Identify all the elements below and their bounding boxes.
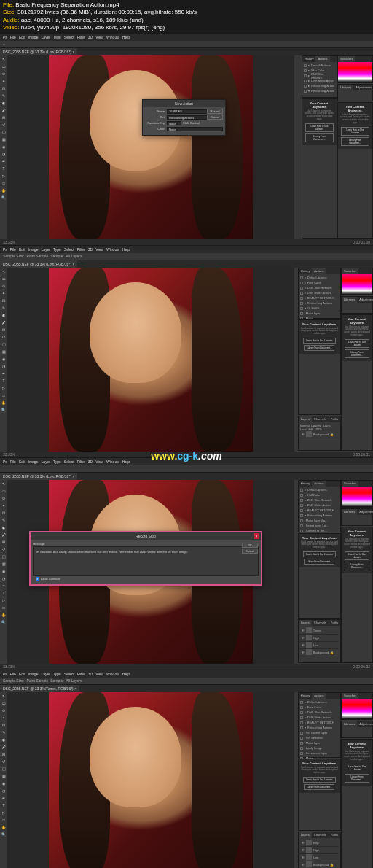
doc-tab[interactable]: DSC_2085.NEF @ 33.3%/Tones, RGB/16*) × (0, 685, 79, 692)
lock-icon: 🔒 (330, 863, 334, 867)
color-picker[interactable] (338, 62, 372, 82)
layer-row[interactable]: 👁Tones (300, 627, 339, 635)
eye-icon[interactable]: 👁 (302, 651, 305, 654)
actions-tab[interactable]: Actions (312, 481, 326, 487)
action-item[interactable]: ▸Retouching Action (304, 84, 335, 88)
cancel-button[interactable]: Cancel (207, 115, 223, 120)
menu-filter[interactable]: Filter (77, 247, 85, 252)
menu-file[interactable]: File (10, 247, 16, 252)
actions-tab[interactable]: Actions (312, 693, 326, 699)
lasso-tool[interactable]: ⊙ (0, 70, 7, 77)
path-tool[interactable]: ▷ (0, 172, 7, 179)
history-brush-tool[interactable]: ↺ (0, 121, 7, 128)
hand-tool[interactable]: ✋ (0, 187, 7, 194)
action-item[interactable]: ▸Default Actions (304, 63, 335, 68)
actions-panel: ▸Default Actions ▸Fore Color ▸DNR Skin R… (299, 274, 340, 322)
doc-tab[interactable]: DSC_2085.NEF @ 33.3% (Low, RGB/16*) × (0, 48, 77, 55)
dodge-tool[interactable]: ◔ (0, 150, 7, 158)
layer-row[interactable]: 👁Background🔒 (300, 649, 339, 656)
color-picker[interactable] (342, 274, 372, 295)
fkey-select[interactable]: None (167, 121, 181, 125)
menu-layer[interactable]: Layer (41, 247, 50, 252)
eye-icon[interactable]: 👁 (302, 433, 305, 436)
menu-edit[interactable]: Edit (19, 35, 25, 39)
menu-help[interactable]: Help (122, 247, 130, 252)
cc-library-button[interactable]: Library From Document... (341, 137, 369, 146)
menu-window[interactable]: Window (106, 35, 119, 39)
action-item[interactable]: ▸DNR Skin Retouch (304, 74, 335, 78)
menu-window[interactable]: Window (106, 247, 119, 252)
menu-select[interactable]: Select (64, 35, 74, 39)
swatches-tab[interactable]: Swatches (338, 56, 355, 62)
eye-icon[interactable]: 👁 (302, 629, 305, 632)
history-tab[interactable]: History (302, 56, 315, 62)
layer-row[interactable]: 👁Low (300, 854, 339, 861)
message-textarea[interactable]: IF Gaussian Blur dialog shows select tha… (33, 546, 259, 576)
zoom-tool[interactable]: 🔍 (0, 194, 7, 201)
menu-view[interactable]: View (95, 35, 103, 39)
heal-tool[interactable]: ◐ (0, 99, 7, 106)
cc-library-button[interactable]: Library From Document... (305, 133, 334, 142)
eye-icon[interactable]: 👁 (302, 856, 305, 859)
color-select[interactable]: None (167, 127, 223, 131)
home-icon[interactable]: ⌂ (3, 42, 5, 46)
layers-tab[interactable]: Layers (299, 416, 312, 422)
eye-icon[interactable]: 👁 (302, 643, 305, 647)
eye-icon[interactable]: 👁 (302, 848, 305, 852)
layer-row[interactable]: 👁Background🔒 (300, 861, 339, 868)
menu-image[interactable]: Image (28, 35, 39, 39)
actions-tab[interactable]: Actions (315, 56, 329, 62)
layers-tab[interactable]: Layers (299, 832, 312, 838)
type-tool[interactable]: T (0, 165, 7, 172)
adjustments-tab[interactable]: Adjustments (353, 85, 373, 90)
options-bar: ⌂ (0, 41, 373, 48)
eye-icon[interactable]: 👁 (302, 863, 305, 867)
menu-image[interactable]: Image (28, 247, 39, 252)
layer-row[interactable]: 👁help (300, 840, 339, 847)
action-item[interactable]: ▾Retouching Action (304, 89, 335, 93)
pen-tool[interactable]: ✒ (0, 158, 7, 165)
layers-tab[interactable]: Layers (299, 620, 312, 626)
eye-icon[interactable]: 👁 (302, 841, 305, 845)
crop-tool[interactable]: ⊡ (0, 85, 7, 92)
brush-tool[interactable]: 🖌 (0, 106, 7, 114)
menu-type[interactable]: Type (53, 247, 61, 252)
action-item[interactable]: ▸DNR Matte Action (304, 79, 335, 83)
eraser-tool[interactable]: ◫ (0, 128, 7, 136)
layer-row[interactable]: 👁High (300, 635, 339, 642)
move-tool[interactable]: ↖ (0, 55, 7, 63)
eyedropper-tool[interactable]: ✎ (0, 92, 7, 99)
cc-learn-button[interactable]: Learn How to Use Libraries (305, 123, 334, 132)
record-button[interactable]: Record (207, 109, 223, 114)
blur-tool[interactable]: ◉ (0, 143, 7, 150)
allow-continue-checkbox[interactable] (36, 577, 39, 581)
wand-tool[interactable]: ✦ (0, 77, 7, 85)
menu-select[interactable]: Select (64, 247, 74, 252)
gradient-tool[interactable]: ▦ (0, 136, 7, 143)
menu-type[interactable]: Type (53, 35, 61, 39)
menu-edit[interactable]: Edit (19, 247, 25, 252)
cc-learn-button[interactable]: Learn How to Use Libraries (341, 127, 369, 136)
actions-tab[interactable]: Actions (312, 268, 326, 274)
ok-button[interactable]: OK (242, 543, 258, 548)
eye-icon[interactable]: 👁 (302, 636, 305, 640)
menu-3d[interactable]: 3D (88, 35, 93, 39)
menu-view[interactable]: View (95, 247, 103, 252)
cancel-button[interactable]: Cancel (242, 549, 258, 554)
menu-layer[interactable]: Layer (41, 35, 50, 39)
libraries-tab[interactable]: Libraries (338, 85, 353, 90)
layer-row[interactable]: 👁Background🔒 (300, 431, 339, 438)
panel-icons (294, 55, 302, 239)
shape-tool[interactable]: □ (0, 179, 7, 187)
stamp-tool[interactable]: ⊞ (0, 114, 7, 121)
layer-row[interactable]: 👁High (300, 847, 339, 854)
layer-row[interactable]: 👁Low (300, 642, 339, 649)
doc-tab[interactable]: DSC_2085.NEF @ 33.3% (Low, RGB/16*) × (0, 473, 77, 480)
menu-help[interactable]: Help (122, 35, 130, 39)
close-button[interactable]: × (254, 533, 259, 539)
menu-filter[interactable]: Filter (77, 35, 85, 39)
marquee-tool[interactable]: ▭ (0, 63, 7, 70)
menu-file[interactable]: File (10, 35, 16, 39)
menu-3d[interactable]: 3D (88, 247, 93, 252)
doc-tab[interactable]: DSC_2085.NEF @ 33.3% (Low, RGB/16*) × (0, 260, 77, 268)
